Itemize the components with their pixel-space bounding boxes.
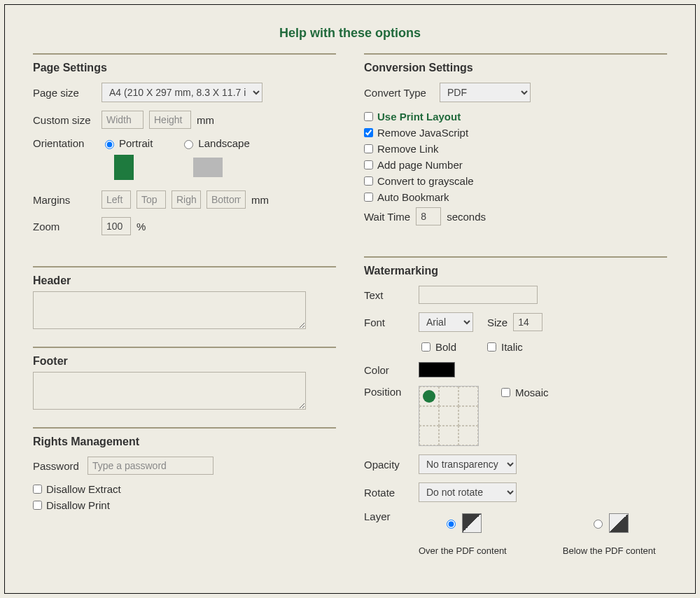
percent-unit: % bbox=[136, 221, 146, 232]
disallow-extract-checkbox[interactable] bbox=[33, 485, 42, 494]
layer-below-icon bbox=[609, 513, 629, 533]
layer-below-radio[interactable] bbox=[594, 520, 603, 529]
custom-size-label: Custom size bbox=[33, 114, 96, 126]
wait-time-input[interactable] bbox=[416, 207, 441, 225]
auto-bookmark-checkbox[interactable] bbox=[364, 193, 373, 202]
wm-size-input[interactable] bbox=[513, 313, 542, 331]
orientation-label: Orientation bbox=[33, 137, 96, 149]
auto-bookmark-label: Auto Bookmark bbox=[377, 191, 449, 203]
header-title: Header bbox=[33, 274, 336, 287]
page-size-select[interactable]: A4 (210 X 297 mm, 8.3 X 11.7 in) bbox=[102, 83, 262, 102]
disallow-extract-label: Disallow Extract bbox=[46, 483, 121, 495]
divider bbox=[33, 427, 336, 429]
password-label: Password bbox=[33, 460, 82, 472]
mm-unit: mm bbox=[251, 194, 269, 206]
use-print-layout-label[interactable]: Use Print Layout bbox=[377, 111, 461, 123]
margin-bottom-input[interactable] bbox=[206, 190, 246, 209]
remove-link-label: Remove Link bbox=[377, 143, 439, 155]
wm-color-swatch[interactable] bbox=[419, 362, 455, 377]
mosaic-checkbox[interactable]: Mosaic bbox=[498, 386, 549, 399]
watermark-title: Watermarking bbox=[364, 265, 667, 277]
position-grid[interactable] bbox=[419, 386, 479, 446]
grayscale-label: Convert to grayscale bbox=[377, 175, 474, 187]
remove-js-checkbox[interactable] bbox=[364, 128, 373, 137]
custom-height-input[interactable] bbox=[149, 111, 191, 129]
seconds-unit: seconds bbox=[447, 211, 486, 223]
rights-title: Rights Management bbox=[33, 436, 336, 448]
margin-right-input[interactable] bbox=[172, 190, 201, 209]
landscape-radio[interactable]: Landscape bbox=[181, 137, 249, 149]
page-size-label: Page size bbox=[33, 87, 96, 99]
divider bbox=[33, 347, 336, 348]
wm-text-input[interactable] bbox=[419, 286, 538, 304]
margin-left-input[interactable] bbox=[102, 190, 131, 209]
zoom-label: Zoom bbox=[33, 221, 96, 232]
divider bbox=[33, 266, 336, 267]
divider bbox=[33, 53, 336, 55]
footer-textarea[interactable] bbox=[33, 372, 306, 410]
divider bbox=[364, 256, 667, 258]
layer-below-label: Below the PDF content bbox=[563, 545, 656, 556]
conversion-title: Conversion Settings bbox=[364, 62, 667, 74]
wm-opacity-select[interactable]: No transparency bbox=[419, 454, 517, 474]
convert-type-select[interactable]: PDF bbox=[440, 83, 531, 102]
disallow-print-label: Disallow Print bbox=[46, 499, 110, 511]
add-page-number-checkbox[interactable] bbox=[364, 160, 373, 169]
grayscale-checkbox[interactable] bbox=[364, 176, 373, 186]
landscape-icon bbox=[193, 158, 223, 177]
help-link[interactable]: Help with these options bbox=[5, 5, 695, 50]
custom-width-input[interactable] bbox=[102, 111, 144, 129]
wm-rotate-select[interactable]: Do not rotate bbox=[419, 482, 517, 502]
header-textarea[interactable] bbox=[33, 291, 306, 329]
portrait-radio[interactable]: Portrait bbox=[102, 137, 153, 149]
wm-font-label: Font bbox=[364, 317, 413, 328]
bold-checkbox[interactable]: Bold bbox=[419, 340, 456, 354]
footer-title: Footer bbox=[33, 355, 336, 368]
page-settings-title: Page Settings bbox=[33, 62, 336, 74]
mm-unit: mm bbox=[197, 114, 214, 126]
wm-layer-label: Layer bbox=[364, 510, 413, 522]
add-page-number-label: Add page Number bbox=[377, 159, 463, 171]
wm-opacity-label: Opacity bbox=[364, 459, 413, 471]
right-column: Conversion Settings Convert Type PDF Use… bbox=[364, 50, 667, 564]
margin-top-input[interactable] bbox=[136, 190, 166, 209]
zoom-input[interactable] bbox=[102, 217, 131, 235]
layer-over-icon bbox=[462, 513, 482, 533]
portrait-icon bbox=[114, 155, 134, 180]
wait-time-label: Wait Time bbox=[364, 211, 410, 223]
password-input[interactable] bbox=[88, 457, 214, 475]
margins-label: Margins bbox=[33, 194, 96, 206]
position-dot-icon bbox=[423, 390, 435, 403]
wm-color-label: Color bbox=[364, 364, 413, 376]
left-column: Page Settings Page size A4 (210 X 297 mm… bbox=[33, 50, 336, 564]
wm-size-label: Size bbox=[487, 317, 507, 328]
disallow-print-checkbox[interactable] bbox=[33, 501, 42, 510]
convert-type-label: Convert Type bbox=[364, 87, 434, 99]
layer-over-radio[interactable] bbox=[447, 520, 456, 529]
wm-position-label: Position bbox=[364, 386, 413, 398]
divider bbox=[364, 53, 667, 55]
use-print-layout-checkbox[interactable] bbox=[364, 112, 373, 121]
wm-rotate-label: Rotate bbox=[364, 487, 413, 499]
wm-font-select[interactable]: Arial bbox=[419, 312, 473, 332]
layer-over-label: Over the PDF content bbox=[419, 545, 507, 556]
remove-js-label: Remove JavaScript bbox=[377, 127, 468, 139]
wm-text-label: Text bbox=[364, 289, 413, 301]
italic-checkbox[interactable]: Italic bbox=[484, 340, 523, 354]
options-panel: Help with these options Page Settings Pa… bbox=[4, 4, 696, 594]
remove-link-checkbox[interactable] bbox=[364, 144, 373, 153]
